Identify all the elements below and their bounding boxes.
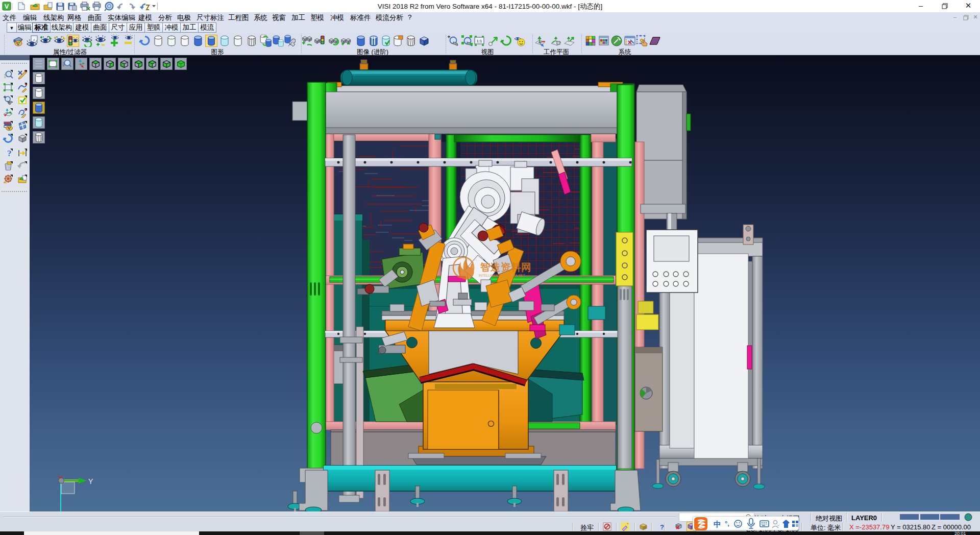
svg-text:智造资料网: 智造资料网 <box>480 261 531 273</box>
svg-text:Y: Y <box>88 477 93 485</box>
svg-text:°,: °, <box>725 520 729 527</box>
svg-text:中: 中 <box>714 520 721 528</box>
svg-text:?: ? <box>7 149 12 158</box>
svg-text:INTELLIGENT MFG DATA NET: INTELLIGENT MFG DATA NET <box>479 274 525 277</box>
svg-text:1:1: 1:1 <box>476 39 482 43</box>
